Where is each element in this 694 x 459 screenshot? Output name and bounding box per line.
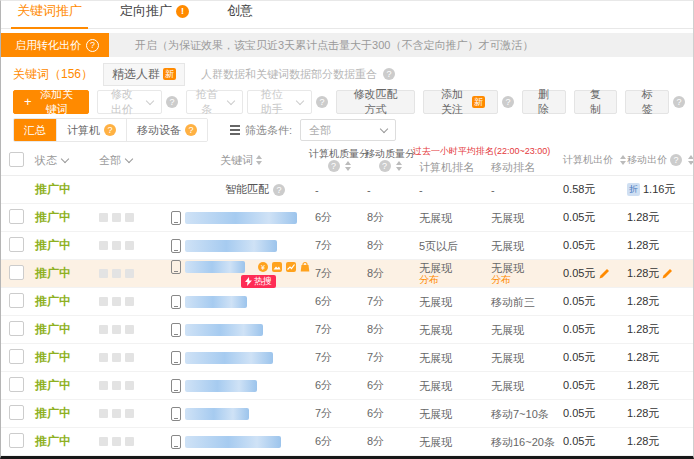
mobile-device-icon [171, 295, 181, 309]
help-icon[interactable]: ? [328, 160, 340, 172]
pc-rank-value: 无展现 [419, 324, 485, 336]
help-icon[interactable]: ? [383, 68, 395, 80]
tab-keyword-promotion[interactable]: 关键词推广 [11, 2, 88, 28]
row-checkbox[interactable] [9, 433, 24, 448]
help-icon[interactable]: ? [166, 96, 178, 108]
modify-bid-dropdown[interactable]: 修改出价 [97, 90, 162, 114]
table-row: 推广中 ? ¥ 热搜 7分 [1, 260, 693, 288]
delete-button[interactable]: 删除 [522, 90, 566, 114]
lightning-icon [245, 277, 252, 286]
help-icon[interactable]: ? [185, 124, 197, 136]
help-icon[interactable]: ? [379, 160, 391, 172]
sort-icon[interactable] [396, 161, 402, 171]
row-checkbox[interactable] [9, 349, 24, 364]
tab-label: 创意 [227, 2, 253, 20]
button-label: 修改匹配方式 [349, 87, 402, 117]
keyword-link-redacted[interactable] [185, 408, 249, 420]
column-mobile-rank: 移动排名 [485, 160, 557, 175]
segment-label: 移动设备 [137, 123, 181, 138]
new-badge: 新 [472, 96, 485, 108]
keyword-link-redacted[interactable] [185, 324, 263, 336]
filter-select[interactable]: 全部 [300, 119, 396, 141]
column-mobile-bid[interactable]: 移动出价 ? [621, 153, 687, 167]
select-all-checkbox[interactable] [9, 152, 24, 167]
column-pc-bid[interactable]: 计算机出价 [557, 153, 621, 167]
edit-bid-pencil-icon[interactable] [599, 268, 610, 279]
pc-quality-score: 6分 [311, 434, 363, 449]
device-filter-bar: 汇总 计算机 ? 移动设备 ? 筛选条件: 全部 [1, 118, 693, 142]
add-keywords-button[interactable]: + 添加关键词 [13, 90, 89, 114]
column-label: 计算机出价 [563, 153, 613, 167]
help-icon[interactable]: ? [104, 124, 116, 136]
sub-tab-bar: 关键词（156） 精选人群 新 人群数据和关键词数据部分数据重合 ? [1, 63, 693, 85]
keyword-link-redacted[interactable] [185, 296, 247, 308]
status-badge: 推广中 [35, 209, 71, 226]
redacted-item [99, 213, 134, 222]
status-badge: 推广中 [35, 405, 71, 422]
help-icon[interactable]: ? [673, 96, 685, 108]
row-checkbox[interactable] [9, 237, 24, 252]
keyword-link-redacted[interactable] [185, 261, 245, 273]
tab-keywords[interactable]: 关键词（156） [13, 66, 93, 83]
column-item-filter[interactable]: 全部 [99, 153, 171, 168]
conversion-bid-status-text: 开启（为保证效果，该宝贝近3天累计点击量大于300（不含定向推广）才可激活） [135, 38, 533, 53]
help-icon[interactable]: ? [316, 96, 328, 108]
keyword-flag-icons: ¥ [257, 261, 311, 273]
help-icon[interactable]: ? [502, 96, 514, 108]
svg-text:¥: ¥ [261, 263, 265, 270]
row-checkbox[interactable] [9, 293, 24, 308]
help-icon[interactable]: ? [670, 154, 682, 166]
tag-button[interactable]: 标签 [625, 90, 669, 114]
pc-quality-score: 7分 [311, 350, 363, 365]
pc-quality-score: 6分 [311, 210, 363, 225]
mobile-quality-score: - [363, 184, 413, 196]
edit-bid-pencil-icon[interactable] [662, 268, 673, 279]
keyword-link-redacted[interactable] [185, 436, 281, 448]
help-icon[interactable]: ? [273, 184, 285, 196]
copy-button[interactable]: 复制 [574, 90, 618, 114]
row-checkbox[interactable] [9, 209, 24, 224]
keyword-link-redacted[interactable] [185, 240, 277, 252]
segment-mobile[interactable]: 移动设备 ? [127, 119, 207, 141]
tab-selected-crowd[interactable]: 精选人群 新 [103, 63, 185, 86]
mobile-rank-value: 移动16~20条 [491, 436, 557, 448]
redacted-item [99, 353, 134, 362]
button-label: 删除 [535, 87, 553, 117]
help-icon[interactable]: ? [86, 39, 99, 52]
sort-icon[interactable] [345, 161, 351, 171]
pc-quality-score: 7分 [311, 322, 363, 337]
row-checkbox[interactable] [9, 405, 24, 420]
row-checkbox[interactable] [9, 321, 24, 336]
distribution-link[interactable]: 分布 [419, 274, 485, 285]
add-watch-button[interactable]: 添加关注 新 [423, 90, 498, 114]
sort-icon[interactable] [256, 155, 262, 165]
mobile-quality-score: 6分 [363, 378, 413, 393]
pc-rank-value: 无展现 [419, 262, 485, 274]
segment-summary[interactable]: 汇总 [14, 119, 57, 141]
column-pc-rank: 计算机排名 [413, 160, 485, 175]
column-mobile-score[interactable]: 移动质量分 ? [363, 148, 413, 172]
sort-icon[interactable] [688, 155, 694, 165]
keyword-link-redacted[interactable] [185, 380, 257, 392]
grab-top-dropdown[interactable]: 抢首条 [186, 90, 243, 114]
column-status[interactable]: 状态 [35, 153, 99, 168]
button-label: 复制 [587, 87, 605, 117]
row-checkbox[interactable] [9, 377, 24, 392]
row-checkbox[interactable] [9, 265, 24, 280]
column-keyword[interactable]: 关键词 [171, 153, 311, 168]
tab-targeted-promotion[interactable]: 定向推广 ! [114, 2, 195, 28]
filter-list-icon [230, 125, 240, 135]
keyword-link-redacted[interactable] [185, 212, 297, 224]
pc-rank-value: - [419, 184, 485, 196]
segment-computer[interactable]: 计算机 ? [57, 119, 127, 141]
mobile-quality-score: 8分 [363, 238, 413, 253]
table-row: 推广中 ? 7分 8分 无展现 无展现 0.05元 [1, 316, 693, 344]
modify-match-button[interactable]: 修改匹配方式 [336, 90, 415, 114]
keyword-link-redacted[interactable] [185, 352, 273, 364]
mobile-rank-value: - [491, 184, 557, 196]
column-pc-score[interactable]: 计算机质量分 ? [311, 148, 363, 172]
tab-creative[interactable]: 创意 [221, 2, 259, 28]
redacted-item [99, 269, 134, 278]
distribution-link[interactable]: 分布 [491, 274, 557, 285]
rank-assistant-dropdown[interactable]: 抢位助手 [247, 90, 312, 114]
